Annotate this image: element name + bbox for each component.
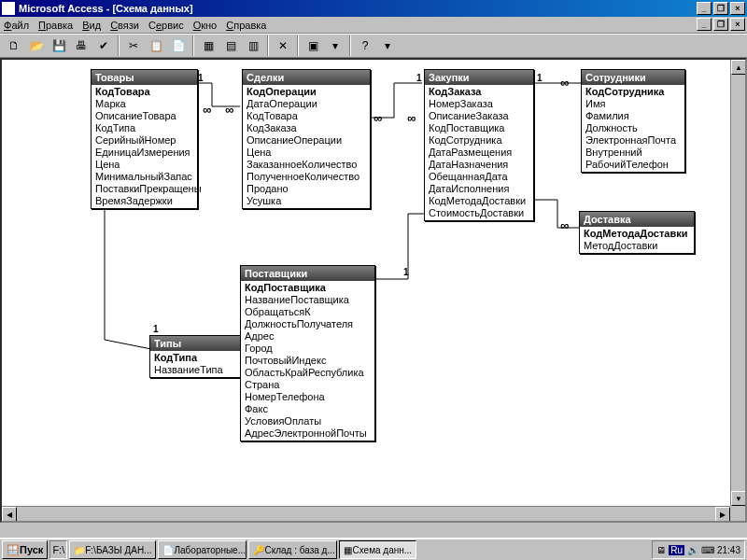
titlebar: Microsoft Access - [Схема данных] _ ❐ ×	[0, 0, 747, 17]
spellcheck-icon[interactable]: ✔	[93, 35, 114, 56]
table-dostavka[interactable]: Доставка КодМетодаДоставки МетодДоставки	[579, 211, 695, 254]
scroll-right-icon[interactable]: ▶	[715, 507, 730, 522]
cardinality-many: ∞	[560, 218, 567, 232]
mdi-close-button[interactable]: ×	[730, 18, 745, 31]
clock: 21:43	[717, 545, 740, 555]
field-pk[interactable]: КодТовара	[92, 86, 197, 98]
close-button[interactable]: ×	[730, 2, 745, 15]
maximize-button[interactable]: ❐	[713, 2, 728, 15]
cardinality-one: 1	[537, 73, 543, 83]
table-sdelki[interactable]: Сделки КодОперации ДатаОперации КодТовар…	[242, 69, 371, 209]
show-all-icon[interactable]: ▥	[243, 35, 263, 56]
menu-service[interactable]: Сервис	[148, 20, 184, 31]
cardinality-many: ∞	[203, 103, 209, 117]
copy-icon[interactable]: 📋	[146, 35, 166, 56]
app-icon	[2, 2, 15, 15]
menu-edit[interactable]: Правка	[38, 20, 73, 31]
show-table-icon[interactable]: ▦	[198, 35, 218, 56]
table-tovary[interactable]: Товары КодТовара Марка ОписаниеТовара Ко…	[91, 69, 198, 209]
table-header[interactable]: Товары	[92, 70, 197, 85]
mdi-restore-button[interactable]: ❐	[713, 18, 728, 31]
scroll-corner	[730, 506, 745, 521]
minimize-button[interactable]: _	[697, 2, 712, 15]
cardinality-one: 1	[416, 73, 422, 83]
print-icon[interactable]: 🖶	[71, 35, 92, 56]
scroll-left-icon[interactable]: ◀	[2, 507, 17, 522]
help-icon[interactable]: ?	[355, 35, 375, 56]
cardinality-one: 1	[198, 73, 204, 83]
scrollbar-vertical[interactable]: ▲ ▼	[730, 60, 745, 506]
new-obj-icon[interactable]: ▾	[325, 35, 345, 56]
menu-relations[interactable]: Связи	[110, 20, 139, 31]
menu-file[interactable]: Файл	[4, 20, 29, 31]
system-tray[interactable]: 🖥 Ru 🔊 ⌨ 21:43	[652, 540, 745, 559]
open-icon[interactable]: 📂	[26, 35, 47, 56]
menubar: Файл Правка Вид Связи Сервис Окно Справк…	[0, 17, 747, 34]
table-zakupki[interactable]: Закупки КодЗаказа НомерЗаказа ОписаниеЗа…	[424, 69, 534, 221]
task-button-active[interactable]: ▦Схема данн...	[339, 540, 416, 559]
delete-icon[interactable]: ✕	[273, 35, 293, 56]
menu-view[interactable]: Вид	[82, 20, 101, 31]
cardinality-many: ∞	[407, 111, 414, 125]
tray-icon[interactable]: ⌨	[701, 545, 714, 555]
db-window-icon[interactable]: ▣	[303, 35, 323, 56]
task-button[interactable]: 📁F:\БАЗЫ ДАН...	[69, 540, 156, 559]
cardinality-one: 1	[153, 324, 159, 334]
tray-icon[interactable]: 🖥	[656, 545, 666, 555]
cardinality-many: ∞	[560, 76, 567, 90]
toolbar: 🗋 📂 💾 🖶 ✔ ✂ 📋 📄 ▦ ▤ ▥ ✕ ▣ ▾ ? ▾	[0, 34, 747, 58]
table-postavshiki[interactable]: Поставщики КодПоставщика НазваниеПоставщ…	[240, 265, 375, 441]
cut-icon[interactable]: ✂	[123, 35, 144, 56]
cardinality-many: ∞	[225, 103, 232, 117]
menu-window[interactable]: Окно	[193, 20, 218, 31]
paste-icon[interactable]: 📄	[168, 35, 189, 56]
new-icon[interactable]: 🗋	[4, 35, 24, 56]
taskbar: 🪟Пуск F:\ 📁F:\БАЗЫ ДАН... 📄Лабораторные.…	[0, 538, 747, 560]
window-title: Microsoft Access - [Схема данных]	[19, 3, 193, 14]
show-direct-icon[interactable]: ▤	[220, 35, 241, 56]
dropdown-icon[interactable]: ▾	[377, 35, 398, 56]
task-button[interactable]: 📄Лабораторные...	[158, 540, 247, 559]
menu-help[interactable]: Справка	[226, 20, 266, 31]
scroll-up-icon[interactable]: ▲	[731, 60, 746, 75]
cardinality-many: ∞	[374, 111, 380, 125]
scroll-down-icon[interactable]: ▼	[731, 491, 746, 506]
relationships-canvas[interactable]: Товары КодТовара Марка ОписаниеТовара Ко…	[0, 58, 747, 523]
scrollbar-horizontal[interactable]: ◀ ▶	[2, 506, 730, 521]
task-button[interactable]: 🔑Склад : база д...	[248, 540, 337, 559]
save-icon[interactable]: 💾	[49, 35, 69, 56]
table-tipy[interactable]: Типы КодТипа НазваниеТипа	[149, 335, 243, 378]
start-button[interactable]: 🪟Пуск	[2, 540, 48, 559]
table-sotrudniki[interactable]: Сотрудники КодСотрудника Имя Фамилия Дол…	[581, 69, 685, 173]
cardinality-one: 1	[403, 267, 409, 277]
lang-indicator[interactable]: Ru	[669, 545, 684, 555]
tray-icon[interactable]: 🔊	[687, 545, 698, 555]
mdi-minimize-button[interactable]: _	[697, 18, 712, 31]
quicklaunch[interactable]: F:\	[49, 540, 67, 559]
